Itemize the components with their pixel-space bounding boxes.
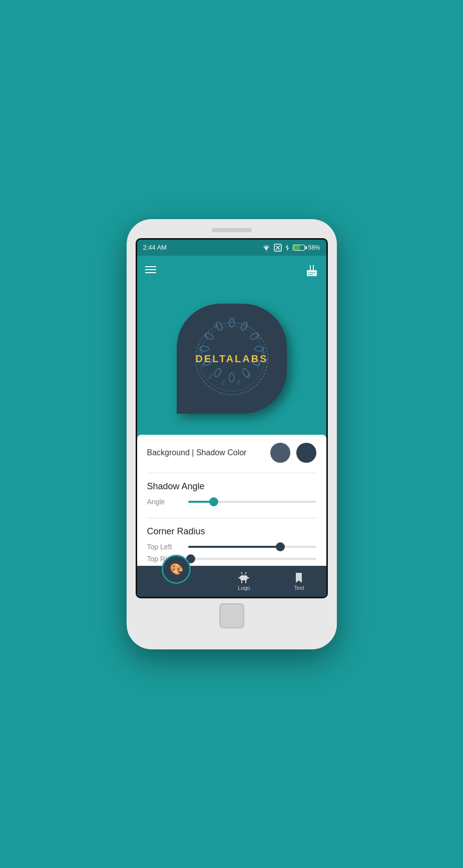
background-shadow-row: Background | Shadow Color bbox=[147, 443, 316, 463]
background-shadow-section: Background | Shadow Color bbox=[137, 435, 326, 473]
background-shadow-label: Background | Shadow Color bbox=[147, 448, 247, 457]
logo-nav-label: Logo bbox=[238, 585, 250, 591]
phone-screen: 2:44 AM bbox=[136, 238, 328, 598]
top-left-slider-fill bbox=[188, 546, 280, 548]
top-left-slider-thumb[interactable] bbox=[276, 542, 285, 551]
charging-icon bbox=[285, 244, 290, 251]
android-icon bbox=[238, 572, 249, 584]
angle-label: Angle bbox=[147, 498, 182, 506]
shadow-color-button[interactable] bbox=[296, 443, 316, 463]
wifi-icon bbox=[262, 244, 271, 251]
time-display: 2:44 AM bbox=[143, 244, 167, 251]
hamburger-line-1 bbox=[145, 266, 156, 267]
top-left-slider-track[interactable] bbox=[188, 546, 316, 548]
svg-line-34 bbox=[245, 572, 246, 574]
shadow-angle-title: Shadow Angle bbox=[147, 481, 316, 492]
angle-slider-row: Angle bbox=[147, 498, 316, 506]
svg-point-17 bbox=[241, 367, 250, 378]
top-right-slider-track[interactable] bbox=[188, 558, 316, 560]
bottom-navigation: 🎨 Logo bbox=[137, 566, 326, 597]
logo-preview-area: DELTALABS bbox=[137, 284, 326, 439]
logo-card: DELTALABS bbox=[177, 304, 287, 414]
hamburger-menu-button[interactable] bbox=[145, 266, 156, 273]
svg-rect-9 bbox=[308, 272, 315, 273]
nav-text-item[interactable]: Text bbox=[294, 572, 304, 591]
svg-rect-28 bbox=[240, 575, 248, 580]
svg-rect-10 bbox=[308, 274, 313, 275]
battery-percent: 58% bbox=[308, 244, 320, 251]
svg-point-0 bbox=[266, 250, 267, 251]
status-bar: 2:44 AM bbox=[137, 240, 326, 256]
top-left-slider-row: Top Left bbox=[147, 543, 316, 551]
shadow-angle-section: Shadow Angle Angle bbox=[137, 473, 326, 518]
home-button[interactable] bbox=[219, 603, 244, 628]
top-left-label: Top Left bbox=[147, 543, 182, 551]
svg-point-19 bbox=[213, 367, 222, 378]
angle-slider-thumb[interactable] bbox=[209, 497, 218, 506]
text-nav-label: Text bbox=[294, 585, 304, 591]
battery-fill bbox=[293, 245, 305, 251]
battery-indicator bbox=[293, 245, 305, 251]
app-bar bbox=[137, 256, 326, 284]
svg-rect-7 bbox=[311, 265, 313, 270]
svg-line-33 bbox=[241, 572, 242, 574]
phone-device: 2:44 AM bbox=[127, 219, 337, 649]
palette-fab-button[interactable]: 🎨 bbox=[162, 555, 191, 584]
hamburger-line-3 bbox=[145, 272, 156, 273]
sd-card-icon[interactable] bbox=[305, 262, 318, 277]
svg-text:DELTALABS: DELTALABS bbox=[195, 353, 268, 364]
nav-logo-item[interactable]: Logo bbox=[238, 572, 250, 591]
svg-rect-6 bbox=[307, 265, 310, 270]
hamburger-line-2 bbox=[145, 269, 156, 270]
svg-point-18 bbox=[229, 373, 234, 382]
svg-point-23 bbox=[215, 321, 224, 331]
notification-icon bbox=[274, 244, 282, 252]
wreath-decoration: DELTALABS bbox=[187, 314, 277, 404]
status-right-icons: 58% bbox=[262, 244, 320, 252]
angle-slider-track[interactable] bbox=[188, 501, 316, 503]
svg-rect-8 bbox=[314, 265, 317, 270]
corner-radius-title: Corner Radius bbox=[147, 526, 316, 537]
palette-icon: 🎨 bbox=[170, 563, 183, 576]
bookmark-icon bbox=[294, 572, 303, 584]
phone-speaker bbox=[212, 228, 252, 232]
background-color-button[interactable] bbox=[270, 443, 290, 463]
settings-panel: Background | Shadow Color Shadow Angle A… bbox=[137, 435, 326, 569]
svg-marker-4 bbox=[286, 244, 289, 251]
color-pickers bbox=[270, 443, 316, 463]
